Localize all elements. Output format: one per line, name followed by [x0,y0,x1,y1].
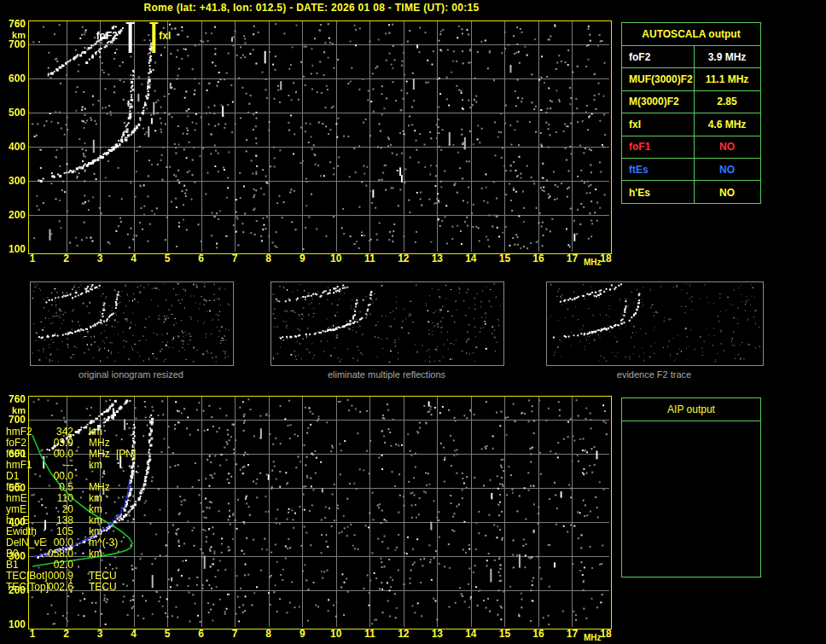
y-axis-tick-label: 760 [0,394,26,404]
x-axis-tick-label: 6 [192,629,211,639]
autoscala-table-rows: foF23.9 MHzMUF(3000)F211.1 MHzM(3000)F22… [622,46,760,203]
autoscala-row-fof2: foF23.9 MHz [622,46,760,68]
autoscala-param-value: 11.1 MHz [694,73,760,85]
aip-table-rows: hmF2342kmfoF203.9MHzfoF100.0MHz[PN]hmF1-… [0,426,140,593]
x-axis-unit-label: MHz [584,258,602,267]
aip-param-unit: km [89,548,102,560]
y-axis-tick-label: 400 [0,142,26,152]
x-axis-tick-label: 17 [562,629,581,639]
autoscala-param-label: ftEs [629,164,649,176]
x-axis-tick-label: 14 [462,629,480,639]
autoscala-row-muf-3000-f2: MUF(3000)F211.1 MHz [622,68,760,90]
thumbnail-evidence-f2 [546,281,764,366]
caption-evidence-f2: evidence F2 trace [546,369,762,380]
aip-param-extra: [PN] [116,449,136,460]
autoscala-param-value: NO [694,164,760,176]
x-axis-tick-label: 16 [529,253,548,264]
x-axis-tick-label: 5 [158,253,177,264]
y-axis-unit-label: km [0,405,26,415]
autoscala-param-value: 2.85 [694,96,760,107]
x-axis-tick-label: 13 [428,253,446,264]
y-axis-tick-label: 700 [0,39,26,49]
autoscala-param-label: foF2 [629,51,650,63]
x-axis-tick-label: 12 [394,253,413,264]
autoscala-row-fof1: foF1NO [622,136,760,159]
y-axis-unit-label: km [0,30,26,40]
station-title: Rome (lat: +41.8, lon: 012.5) - DATE: 20… [0,2,623,14]
y-axis-tick-label: 500 [0,107,26,118]
autoscala-param-value: 4.6 MHz [694,119,760,131]
y-axis-tick-label: 100 [0,244,26,254]
y-axis-tick-label: 200 [0,210,26,220]
fof2-marker-label: foF2 [96,31,118,41]
autoscala-param-label: M(3000)F2 [629,96,679,107]
x-axis-tick-label: 6 [192,253,211,264]
autoscala-row-h-es: h'EsNO [622,181,760,203]
x-axis-tick-label: 7 [225,629,244,639]
autoscala-param-label: h'Es [629,187,650,199]
aip-output-table: AIP output [621,397,761,577]
x-axis-tick-label: 15 [495,253,514,264]
y-axis-tick-label: 600 [0,73,26,84]
x-axis-tick-label: 3 [90,253,109,264]
x-axis-tick-label: 11 [360,629,379,639]
thumbnail-evidence-canvas [547,282,761,363]
x-axis-tick-label: 8 [259,253,278,264]
autoscala-row-m-3000-f2: M(3000)F22.85 [622,91,760,113]
autoscala-param-value: NO [694,187,760,199]
x-axis-tick-label: 4 [125,629,143,639]
x-axis-tick-label: 9 [293,629,311,639]
x-axis-tick-label: 11 [360,253,379,264]
autoscala-param-label: fxI [629,119,641,131]
x-axis-tick-label: 4 [125,253,143,264]
x-axis-tick-label: 17 [562,253,581,264]
x-axis-tick-label: 9 [293,253,311,264]
x-axis-tick-label: 1 [23,629,42,639]
aip-row-tec-top-: TEC[Top]002.6TECU [0,582,140,593]
x-axis-tick-label: 5 [158,629,177,639]
x-axis-tick-label: 2 [57,253,76,264]
caption-original-ionogram: original ionogram resized [30,369,232,380]
thumbnail-original-ionogram [30,281,234,366]
autoscala-param-value: NO [694,141,760,153]
autoscala-output-table: AUTOSCALA output foF23.9 MHzMUF(3000)F21… [621,22,761,204]
x-axis-tick-label: 3 [90,629,109,639]
autoscala-table-column-divider [694,46,695,203]
x-axis-tick-label: 1 [23,253,42,264]
autoscala-table-title: AUTOSCALA output [622,23,760,46]
x-axis-tick-label: 14 [462,253,480,264]
thumbnail-original-canvas [31,282,231,363]
autoscala-param-value: 3.9 MHz [694,51,760,63]
y-axis-tick-label: 300 [0,176,26,186]
x-axis-tick-label: 10 [327,253,346,264]
caption-eliminate-reflections: eliminate multiple reflections [270,369,503,380]
x-axis-unit-label: MHz [584,633,602,642]
aip-table-title: AIP output [622,398,760,421]
x-axis-tick-label: 10 [327,629,346,639]
x-axis-tick-label: 12 [394,629,413,639]
fxi-marker-label: fxI [159,31,171,41]
x-axis-tick-label: 7 [225,253,244,264]
autoscala-app-window: Rome (lat: +41.8, lon: 012.5) - DATE: 20… [0,0,826,644]
thumbnail-eliminate-canvas [271,282,502,363]
autoscala-row-fxi: fxI4.6 MHz [622,113,760,136]
autoscala-row-ftes: ftEsNO [622,159,760,181]
x-axis-tick-label: 2 [57,629,76,639]
x-axis-tick-label: 15 [495,629,514,639]
autoscala-param-label: MUF(3000)F2 [629,73,693,85]
x-axis-tick-label: 8 [259,629,278,639]
x-axis-tick-label: 16 [529,629,548,639]
scaled-ionogram-canvas [29,21,609,252]
aip-param-unit: TECU [89,582,117,593]
y-axis-tick-label: 760 [0,19,26,29]
scaled-ionogram-panel [28,20,612,254]
y-axis-tick-label: 100 [0,619,26,629]
thumbnail-eliminate-reflections [270,281,504,366]
aip-param-value: 002.6 [17,582,73,593]
autoscala-param-label: foF1 [629,141,650,153]
y-axis-tick-label: 700 [0,415,26,425]
aip-param-unit: km [89,460,102,471]
x-axis-tick-label: 13 [428,629,446,639]
